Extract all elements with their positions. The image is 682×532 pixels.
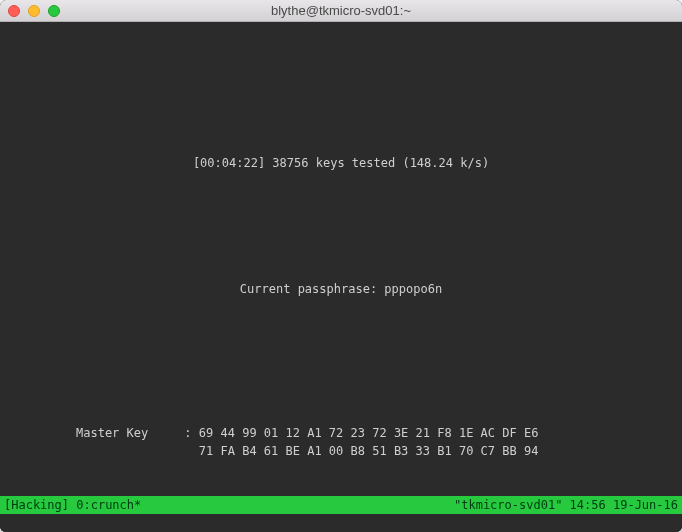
status-right: "tkmicro-svd01" 14:56 19-Jun-16 [454,496,678,514]
titlebar: blythe@tkmicro-svd01:~ [0,0,682,22]
terminal-window: blythe@tkmicro-svd01:~ [00:04:22] 38756 … [0,0,682,532]
window-title: blythe@tkmicro-svd01:~ [0,3,682,18]
status-date: 19-Jun-16 [613,498,678,512]
keys-tested-line: [00:04:22] 38756 keys tested (148.24 k/s… [8,154,674,172]
zoom-icon[interactable] [48,5,60,17]
close-icon[interactable] [8,5,20,17]
terminal-viewport[interactable]: [00:04:22] 38756 keys tested (148.24 k/s… [0,22,682,532]
master-key-row-2: 71 FA B4 61 BE A1 00 B8 51 B3 33 B1 70 C… [199,444,539,458]
status-time: 14:56 [570,498,606,512]
status-session: [Hacking] 0:crunch* [4,496,141,514]
master-key-row-1: 69 44 99 01 12 A1 72 23 72 3E 21 F8 1E A… [199,426,539,440]
traffic-lights [8,5,60,17]
master-key-label: Master Key : [76,426,199,440]
current-passphrase-line: Current passphrase: pppopo6n [8,280,674,298]
minimize-icon[interactable] [28,5,40,17]
status-host: "tkmicro-svd01" [454,498,562,512]
master-key-block: Master Key : 69 44 99 01 12 A1 72 23 72 … [76,424,674,460]
tmux-statusbar: [Hacking] 0:crunch* "tkmicro-svd01" 14:5… [0,496,682,514]
